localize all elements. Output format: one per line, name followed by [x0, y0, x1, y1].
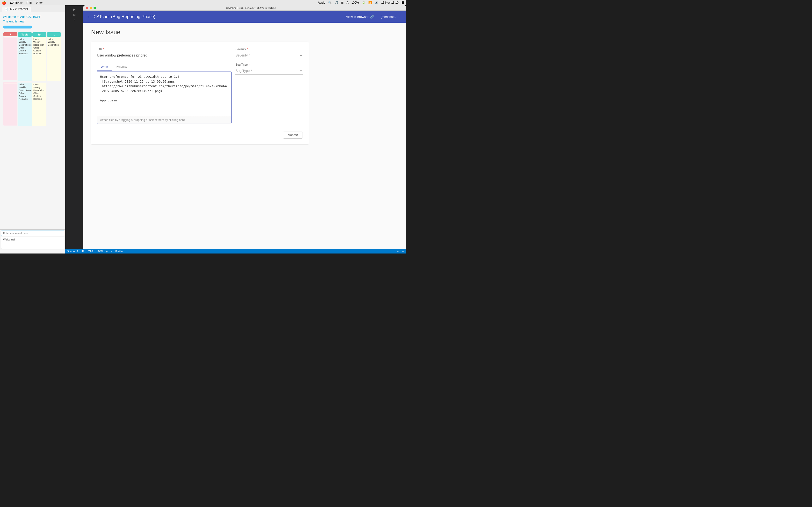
- bug-type-select-wrapper: Bug Type *: [236, 67, 303, 74]
- file-tab[interactable]: 📄 Ace CS2103/T: [2, 7, 31, 12]
- split-icon[interactable]: ⊡: [72, 12, 77, 17]
- tab-label: Ace CS2103/T: [9, 8, 28, 11]
- command-input[interactable]: [1, 231, 64, 236]
- user-button[interactable]: (therizhao) →: [379, 14, 402, 19]
- edit-menu[interactable]: Edit: [27, 1, 32, 5]
- cell-red-1: [4, 37, 17, 38]
- line-ending: LF: [81, 250, 84, 253]
- language-mode: JSON: [96, 250, 103, 253]
- submit-row: Submit: [97, 131, 303, 138]
- topic-cell-6: Index: [18, 83, 32, 86]
- bug-type-select[interactable]: Bug Type *: [236, 67, 303, 74]
- menu-bar-right: Apple 🔍 🎵 ⊞ A 100% 🔋 📶 🔊 13 Nov 13:10 ☰: [318, 1, 404, 4]
- view-in-browser-button[interactable]: View in Browser 🔗: [344, 14, 376, 19]
- topic-cell-5: Remarks: [18, 52, 32, 55]
- ip-cell-1: Weekly: [33, 41, 46, 44]
- datetime: 13 Nov 13:10: [382, 1, 399, 4]
- minimize-button[interactable]: [90, 7, 92, 9]
- volume-icon: 🔊: [375, 1, 378, 4]
- title-input[interactable]: [97, 52, 232, 59]
- col-ip-header: Ip: [33, 32, 46, 37]
- bug-type-field: Write Preview Attach files by dragging &…: [97, 63, 232, 128]
- spreadsheet-columns: ) Topic Index Weekly Descriptio: [3, 32, 62, 127]
- maximize-button[interactable]: [94, 7, 96, 9]
- submit-button[interactable]: Submit: [283, 131, 303, 138]
- play-icon[interactable]: ▶: [72, 7, 77, 12]
- col-pink-body: [3, 37, 17, 80]
- severity-label: Severity: [236, 48, 303, 51]
- battery-icon: 🔋: [362, 1, 365, 4]
- catcher-header: ‹ CATcher (Bug Reporting Phase) View in …: [83, 11, 406, 23]
- warning-icon: ⚠: [402, 250, 404, 253]
- traffic-lights: [86, 7, 96, 9]
- window-title: CATcher 3.3.3 - nus-cs2103-AY2021S1/pe: [98, 6, 404, 9]
- col-ip-body2: Index Weekly Description Office Custom R…: [33, 82, 46, 126]
- ip-cell-2: Description: [33, 44, 46, 46]
- menu-bar-left: 🍎 CATcher Edit View: [2, 1, 43, 5]
- ip-cell-11: Remarks: [33, 98, 46, 101]
- window-chrome: CATcher 3.3.3 - nus-cs2103-AY2021S1/pe: [83, 5, 406, 11]
- close-button[interactable]: [86, 7, 88, 9]
- app-name-menu[interactable]: CATcher: [10, 1, 22, 5]
- extra-cell-1: Weekly: [47, 41, 60, 44]
- bottom-command-area: Welcome!: [0, 229, 65, 253]
- grid-icon[interactable]: ⊞: [341, 1, 344, 4]
- col-extra: ... Index Weekly Description: [47, 32, 61, 126]
- topic-cell-3: Office: [18, 46, 32, 49]
- back-button[interactable]: ‹: [87, 14, 91, 19]
- new-issue-heading: New Issue: [91, 29, 398, 36]
- view-menu[interactable]: View: [36, 1, 43, 5]
- extra-cell-2: Description: [47, 44, 60, 46]
- attach-area[interactable]: Attach files by dragging & dropping or s…: [97, 116, 231, 124]
- topic-cell-1: Weekly: [18, 41, 32, 44]
- file-icon: 📄: [5, 8, 8, 11]
- col-pink-header: ): [3, 32, 17, 36]
- ip-cell-9: Office: [33, 92, 46, 95]
- apple-menu-icon[interactable]: 🍎: [2, 1, 6, 5]
- command-output: Welcome!: [1, 237, 64, 249]
- topic-cell-2: Description example: [18, 44, 32, 46]
- prettier-label: Prettier: [115, 250, 123, 253]
- progress-bar-fill: [3, 25, 32, 29]
- col-topic-body: Index Weekly Description example Office …: [18, 37, 32, 80]
- cell-red-5: [4, 83, 17, 84]
- status-bar: Spaces: 2 LF UTF-8 JSON ⊞ ✓ Prettier ⊗ ⚠: [65, 249, 406, 253]
- preview-tab[interactable]: Preview: [112, 63, 131, 71]
- col-pink: ): [3, 32, 17, 126]
- cell-red-2: [4, 38, 17, 38]
- bug-type-select-field: Bug Type Bug Type *: [236, 63, 303, 128]
- topic-cell-10: Custom: [18, 95, 32, 98]
- write-tab[interactable]: Write: [97, 63, 112, 71]
- col-topic-body2: Index Weekly Description example Office …: [18, 82, 32, 126]
- error-icon: ⊗: [397, 250, 399, 253]
- severity-field: Severity Severity *: [236, 48, 303, 59]
- catcher-content: New Issue Title Severity Severity *: [83, 23, 406, 249]
- new-issue-form: Title Severity Severity *: [91, 42, 309, 145]
- col-ip-body: Index Weekly Description Office Custom R…: [33, 37, 46, 80]
- issue-body-textarea[interactable]: [97, 71, 231, 115]
- battery-percent: 100%: [351, 1, 359, 4]
- close-split-icon[interactable]: ✕: [72, 18, 77, 22]
- middle-dark-panel: ▶ ⊡ ✕: [65, 5, 83, 253]
- bug-type-label: Bug Type: [236, 63, 303, 66]
- title-field: Title: [97, 48, 232, 59]
- control-center-icon[interactable]: ☰: [401, 1, 404, 4]
- cell-red-4: [4, 82, 17, 83]
- title-label: Title: [97, 48, 232, 51]
- catcher-panel: CATcher 3.3.3 - nus-cs2103-AY2021S1/pe ‹…: [83, 5, 406, 249]
- utf-encoding: UTF-8: [87, 250, 93, 253]
- col-topic-header: Topic: [18, 32, 32, 37]
- topic-cell-7: Weekly: [18, 86, 32, 89]
- bug-type-placeholder: Bug Type *: [236, 69, 252, 73]
- topic-cell-0: Index: [18, 38, 32, 41]
- topic-cell-8: Description example: [18, 89, 32, 92]
- ip-cell-4: Custom: [33, 49, 46, 52]
- welcome-title: Welcome to Ace CS2103/T!: [3, 15, 62, 18]
- grid-status-icon[interactable]: ⊞: [106, 250, 108, 253]
- username-label: (therizhao): [380, 15, 396, 18]
- music-icon[interactable]: 🎵: [335, 1, 338, 4]
- ip-cell-3: Office: [33, 46, 46, 49]
- severity-select[interactable]: Severity *: [236, 52, 303, 59]
- severity-placeholder: Severity *: [236, 53, 250, 57]
- search-icon[interactable]: 🔍: [328, 1, 332, 4]
